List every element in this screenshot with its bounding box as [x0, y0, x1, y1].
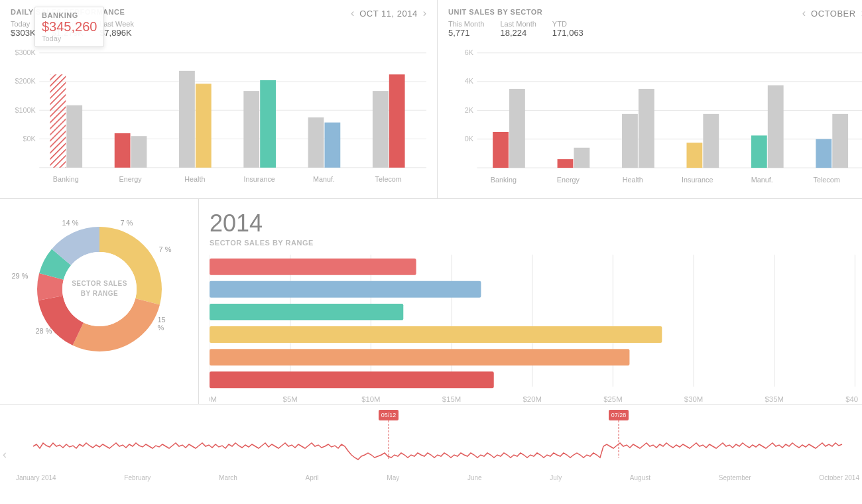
- tooltip-date: Today: [42, 34, 97, 42]
- svg-text:0K: 0K: [465, 135, 474, 143]
- unit-prev-arrow[interactable]: ‹: [802, 8, 806, 19]
- bar-energy-today: [115, 133, 131, 168]
- middle-row: SECTOR SALES BY RANGE 29 % 28 % 15 % 7 %…: [0, 199, 862, 405]
- daily-chart-area: $300K $200K $100K $0K: [11, 46, 426, 198]
- banking-tooltip: BANKING $345,260 Today: [34, 7, 104, 47]
- bottom-row: ‹ › 05/12 07/28 January 2014 February Ma…: [0, 405, 862, 504]
- ubar-manuf-last: [768, 86, 784, 168]
- svg-text:4K: 4K: [465, 77, 474, 85]
- ubar-health-this: [622, 114, 638, 168]
- tooltip-sector: BANKING: [42, 11, 97, 19]
- unit-stats-row: This Month 5,771 Last Month 18,224 YTD 1…: [448, 20, 584, 38]
- month-oct: October 2014: [819, 474, 859, 481]
- spark-prev-arrow[interactable]: ‹: [3, 448, 7, 462]
- month-feb: February: [124, 474, 151, 481]
- hbar-5: [210, 349, 629, 365]
- sparkline-path: [33, 443, 842, 460]
- svg-text:$300K: $300K: [15, 48, 36, 56]
- bar-insurance-prev: [260, 80, 276, 168]
- range-title: SECTOR SALES BY RANGE: [210, 239, 862, 247]
- month-jun: June: [467, 474, 482, 481]
- donut-chart: SECTOR SALES BY RANGE 29 % 28 % 15 % 7 %…: [27, 216, 172, 362]
- stat-ytd: YTD 171,063: [552, 20, 584, 38]
- svg-text:Banking: Banking: [53, 175, 79, 183]
- svg-text:Health: Health: [623, 176, 643, 184]
- bar-health-today: [179, 71, 195, 168]
- svg-text:Manuf.: Manuf.: [313, 175, 335, 183]
- bar-energy-prev: [131, 136, 147, 168]
- daily-nav-date: OCT 11, 2014: [359, 9, 417, 19]
- bar-insurance-today: [243, 91, 259, 168]
- svg-text:$30M: $30M: [684, 395, 703, 403]
- svg-text:Health: Health: [184, 175, 205, 183]
- ubar-energy-this: [558, 159, 574, 168]
- daily-prev-arrow[interactable]: ‹: [351, 8, 354, 19]
- hbar-6: [210, 371, 494, 388]
- svg-text:Telecom: Telecom: [813, 176, 839, 184]
- svg-text:05/12: 05/12: [381, 412, 397, 418]
- ubar-insurance-this: [686, 143, 702, 168]
- unit-sales-panel: UNIT SALES BY SECTOR This Month 5,771 La…: [438, 0, 862, 198]
- svg-text:Energy: Energy: [119, 175, 142, 183]
- svg-text:$15M: $15M: [442, 395, 461, 403]
- hbar-2: [210, 281, 481, 298]
- ubar-insurance-last: [703, 114, 719, 168]
- bar-telecom-prev: [389, 74, 405, 168]
- svg-text:$40M: $40M: [845, 395, 858, 403]
- pct-7a: 7 %: [159, 245, 172, 253]
- bar-banking-today: [50, 74, 66, 168]
- pct-28: 28 %: [36, 327, 52, 335]
- svg-text:$200K: $200K: [15, 77, 36, 85]
- stat-today: Today $303K: [11, 20, 36, 38]
- hbar-svg: $0M $5M $10M $15M $20M $25M $30M $35M $4…: [210, 255, 858, 405]
- month-jul: July: [550, 474, 562, 481]
- month-jan: January 2014: [16, 474, 56, 481]
- unit-bar-chart: 6K 4K 2K 0K: [448, 46, 862, 196]
- donut-panel: SECTOR SALES BY RANGE 29 % 28 % 15 % 7 %…: [0, 199, 199, 412]
- sparkline-months: January 2014 February March April May Ju…: [13, 474, 862, 481]
- pct-14: 14 %: [62, 219, 79, 227]
- svg-text:$0M: $0M: [210, 395, 217, 403]
- unit-nav-date: OCTOBER: [811, 9, 856, 19]
- year-label: 2014: [210, 210, 862, 237]
- month-mar: March: [219, 474, 237, 481]
- bar-telecom-today: [373, 91, 389, 168]
- top-row: DAILY SALES PERFORMANCE Today $303K Yest…: [0, 0, 862, 199]
- stat-last-month: Last Month 18,224: [500, 20, 536, 38]
- bar-manuf-today: [308, 117, 324, 168]
- svg-text:$25M: $25M: [603, 395, 622, 403]
- svg-text:Banking: Banking: [491, 176, 517, 184]
- month-sep: September: [719, 474, 751, 481]
- svg-text:Insurance: Insurance: [682, 176, 713, 184]
- ubar-banking-this: [493, 132, 509, 168]
- daily-nav-controls: ‹ OCT 11, 2014 ›: [351, 8, 426, 19]
- svg-text:2K: 2K: [465, 106, 474, 114]
- hbar-3: [210, 304, 403, 320]
- svg-text:$35M: $35M: [765, 395, 784, 403]
- ubar-health-last: [639, 89, 654, 168]
- hbar-4: [210, 326, 662, 343]
- ubar-banking-last: [509, 89, 525, 168]
- svg-text:$20M: $20M: [523, 395, 542, 403]
- month-may: May: [387, 474, 399, 481]
- svg-text:$100K: $100K: [15, 106, 36, 114]
- daily-next-arrow[interactable]: ›: [423, 8, 426, 19]
- donut-center: [62, 252, 137, 326]
- svg-text:$10M: $10M: [361, 395, 380, 403]
- svg-text:BY RANGE: BY RANGE: [80, 290, 118, 297]
- dashboard: DAILY SALES PERFORMANCE Today $303K Yest…: [0, 0, 862, 504]
- daily-sales-panel: DAILY SALES PERFORMANCE Today $303K Yest…: [0, 0, 438, 198]
- pct-29: 29 %: [12, 272, 29, 280]
- month-aug: August: [630, 474, 650, 481]
- ubar-manuf-this: [751, 135, 767, 168]
- stat-this-month: This Month 5,771: [448, 20, 484, 38]
- svg-text:Energy: Energy: [557, 176, 580, 184]
- svg-text:$0K: $0K: [23, 135, 36, 143]
- stat-last-week: Last Week $7,896K: [99, 20, 134, 38]
- unit-nav-controls: ‹ OCTOBER ›: [802, 8, 862, 19]
- svg-text:07/28: 07/28: [611, 412, 627, 418]
- sparkline-svg: 05/12 07/28: [27, 410, 849, 470]
- hbar-container: $0M $5M $10M $15M $20M $25M $30M $35M $4…: [210, 255, 862, 407]
- svg-text:6K: 6K: [465, 48, 474, 56]
- hbar-1: [210, 259, 416, 275]
